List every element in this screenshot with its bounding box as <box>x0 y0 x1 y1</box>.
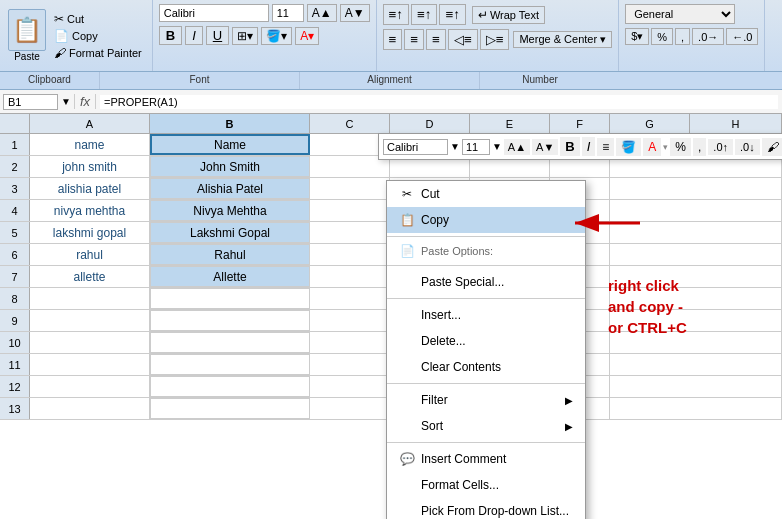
ctx-format-cells[interactable]: Format Cells... <box>387 472 585 498</box>
col-header-a[interactable]: A <box>30 114 150 133</box>
cell-b[interactable] <box>150 398 310 419</box>
cell-a[interactable]: nivya mehtha <box>30 200 150 221</box>
indent-increase-button[interactable]: ▷≡ <box>480 29 510 50</box>
cell-c[interactable] <box>310 266 390 287</box>
mini-percent-button[interactable]: % <box>670 138 691 156</box>
currency-button[interactable]: $▾ <box>625 28 649 45</box>
mini-bold-button[interactable]: B <box>560 137 579 156</box>
col-header-c[interactable]: C <box>310 114 390 133</box>
cell-a[interactable] <box>30 376 150 397</box>
cell-rest[interactable] <box>610 376 782 397</box>
ctx-paste-special[interactable]: Paste Special... <box>387 269 585 295</box>
font-size-input[interactable] <box>272 4 304 22</box>
align-top-left-button[interactable]: ≡↑ <box>383 4 409 25</box>
mini-comma-button[interactable]: , <box>693 138 706 156</box>
increase-decimal-button[interactable]: .0→ <box>692 28 724 45</box>
border-button[interactable]: ⊞▾ <box>232 27 258 45</box>
mini-color-button[interactable]: A <box>643 138 661 156</box>
ctx-clear-contents[interactable]: Clear Contents <box>387 354 585 380</box>
cell-b[interactable]: Alishia Patel <box>150 178 310 199</box>
align-center-button[interactable]: ≡ <box>404 29 424 50</box>
mini-align-button[interactable]: ≡ <box>597 138 614 156</box>
cell-b[interactable] <box>150 354 310 375</box>
thousands-button[interactable]: , <box>675 28 690 45</box>
cell-b[interactable]: Lakshmi Gopal <box>150 222 310 243</box>
mini-italic-button[interactable]: I <box>582 137 596 156</box>
decrease-decimal-button[interactable]: ←.0 <box>726 28 758 45</box>
fill-color-button[interactable]: 🪣▾ <box>261 27 292 45</box>
col-header-h[interactable]: H <box>690 114 782 133</box>
col-header-b[interactable]: B <box>150 114 310 133</box>
mini-size-dropdown-icon[interactable]: ▼ <box>492 141 502 152</box>
cell-a[interactable]: john smith <box>30 156 150 177</box>
cell-reference-input[interactable] <box>3 94 58 110</box>
cell-b[interactable] <box>150 310 310 331</box>
mini-size-input[interactable] <box>462 139 490 155</box>
cell-c[interactable] <box>310 354 390 375</box>
cell-c[interactable] <box>310 398 390 419</box>
mini-paint-button[interactable]: 🖌 <box>762 138 782 156</box>
cell-b[interactable] <box>150 376 310 397</box>
ctx-sort[interactable]: Sort ▶ <box>387 413 585 439</box>
cell-c[interactable] <box>310 178 390 199</box>
cell-rest[interactable] <box>610 354 782 375</box>
cell-a[interactable] <box>30 332 150 353</box>
cell-a[interactable]: name <box>30 134 150 155</box>
cell-c[interactable] <box>310 332 390 353</box>
merge-center-button[interactable]: Merge & Center ▾ <box>513 31 612 48</box>
ctx-delete[interactable]: Delete... <box>387 328 585 354</box>
font-size-increase-button[interactable]: A▲ <box>307 4 337 22</box>
cell-b[interactable]: Allette <box>150 266 310 287</box>
bold-button[interactable]: B <box>159 26 182 45</box>
italic-button[interactable]: I <box>185 26 203 45</box>
cell-a[interactable]: rahul <box>30 244 150 265</box>
font-size-decrease-button[interactable]: A▼ <box>340 4 370 22</box>
dropdown-arrow-icon[interactable]: ▼ <box>61 96 71 107</box>
align-top-right-button[interactable]: ≡↑ <box>439 4 465 25</box>
cell-a[interactable] <box>30 288 150 309</box>
cell-b[interactable]: Nivya Mehtha <box>150 200 310 221</box>
ctx-filter[interactable]: Filter ▶ <box>387 387 585 413</box>
copy-button[interactable]: 📄 Copy <box>52 28 144 44</box>
cell-b[interactable] <box>150 288 310 309</box>
cell-c[interactable] <box>310 376 390 397</box>
cell-c[interactable] <box>310 222 390 243</box>
cell-rest[interactable] <box>610 178 782 199</box>
ctx-insert[interactable]: Insert... <box>387 302 585 328</box>
wrap-text-button[interactable]: ↵ Wrap Text <box>472 6 545 24</box>
cell-a[interactable] <box>30 310 150 331</box>
mini-dec-inc-button[interactable]: .0↑ <box>708 139 733 155</box>
ctx-pick-dropdown[interactable]: Pick From Drop-down List... <box>387 498 585 519</box>
indent-decrease-button[interactable]: ◁≡ <box>448 29 478 50</box>
ctx-copy[interactable]: 📋 Copy <box>387 207 585 233</box>
cell-b[interactable]: John Smith <box>150 156 310 177</box>
formula-input[interactable] <box>100 95 778 109</box>
col-header-d[interactable]: D <box>390 114 470 133</box>
cell-b[interactable] <box>150 332 310 353</box>
font-name-input[interactable] <box>159 4 269 22</box>
align-top-center-button[interactable]: ≡↑ <box>411 4 437 25</box>
cell-b[interactable]: Name <box>150 134 310 155</box>
col-header-e[interactable]: E <box>470 114 550 133</box>
col-header-g[interactable]: G <box>610 114 690 133</box>
format-painter-button[interactable]: 🖌 Format Painter <box>52 45 144 61</box>
mini-dec-dec-button[interactable]: .0↓ <box>735 139 760 155</box>
cell-a[interactable]: alishia patel <box>30 178 150 199</box>
cell-a[interactable] <box>30 398 150 419</box>
cell-rest[interactable] <box>610 398 782 419</box>
cell-c[interactable] <box>310 200 390 221</box>
mini-font-shrink-button[interactable]: A▼ <box>532 139 558 155</box>
ctx-insert-comment[interactable]: 💬 Insert Comment <box>387 446 585 472</box>
align-right-button[interactable]: ≡ <box>426 29 446 50</box>
col-header-f[interactable]: F <box>550 114 610 133</box>
mini-fill-button[interactable]: 🪣 <box>616 138 641 156</box>
cell-c[interactable] <box>310 288 390 309</box>
underline-button[interactable]: U <box>206 26 229 45</box>
mini-font-dropdown-icon[interactable]: ▼ <box>450 141 460 152</box>
font-color-button[interactable]: A▾ <box>295 27 319 45</box>
cell-a[interactable] <box>30 354 150 375</box>
number-format-select[interactable]: General <box>625 4 735 24</box>
mini-font-input[interactable] <box>383 139 448 155</box>
cell-a[interactable]: allette <box>30 266 150 287</box>
ctx-cut[interactable]: ✂ Cut <box>387 181 585 207</box>
